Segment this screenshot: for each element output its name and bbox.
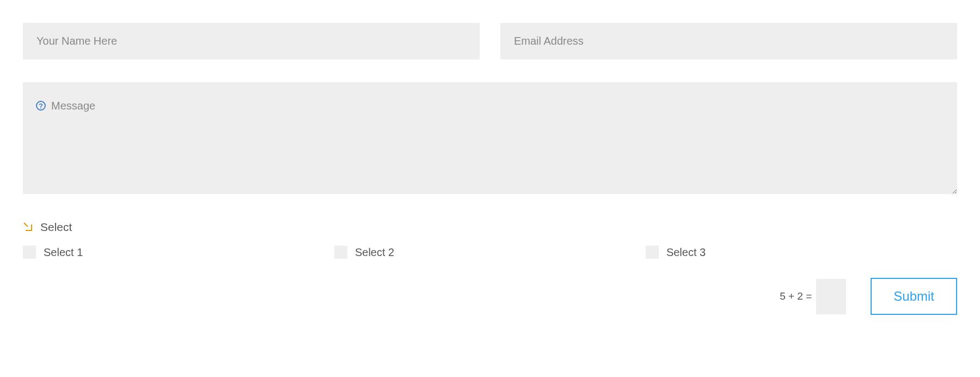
checkbox-box xyxy=(646,246,659,259)
select-label: Select xyxy=(40,221,72,234)
checkbox-label: Select 1 xyxy=(44,246,83,259)
help-icon[interactable]: ? xyxy=(36,101,46,111)
name-email-row xyxy=(23,23,957,59)
captcha-group: 5 + 2 = xyxy=(780,279,846,314)
submit-button[interactable]: Submit xyxy=(871,278,957,315)
checkbox-option-3[interactable]: Select 3 xyxy=(646,246,957,259)
checkbox-box xyxy=(23,246,36,259)
message-textarea[interactable] xyxy=(23,82,957,194)
checkbox-box xyxy=(334,246,347,259)
checkbox-option-1[interactable]: Select 1 xyxy=(23,246,334,259)
checkbox-option-2[interactable]: Select 2 xyxy=(334,246,646,259)
svg-point-0 xyxy=(24,223,25,224)
form-footer: 5 + 2 = Submit xyxy=(23,278,957,315)
checkbox-label: Select 2 xyxy=(355,246,394,259)
captcha-question: 5 + 2 = xyxy=(780,290,812,302)
captcha-input[interactable] xyxy=(816,279,846,314)
name-input[interactable] xyxy=(23,23,480,59)
select-section: Select Select 1 Select 2 Select 3 xyxy=(23,221,957,259)
message-wrapper: ? xyxy=(23,82,957,196)
expand-icon xyxy=(23,222,34,233)
select-header: Select xyxy=(23,221,957,234)
checkbox-row: Select 1 Select 2 Select 3 xyxy=(23,246,957,259)
checkbox-label: Select 3 xyxy=(666,246,706,259)
contact-form: ? Select Select 1 Select 2 xyxy=(23,23,957,315)
email-input[interactable] xyxy=(500,23,957,59)
